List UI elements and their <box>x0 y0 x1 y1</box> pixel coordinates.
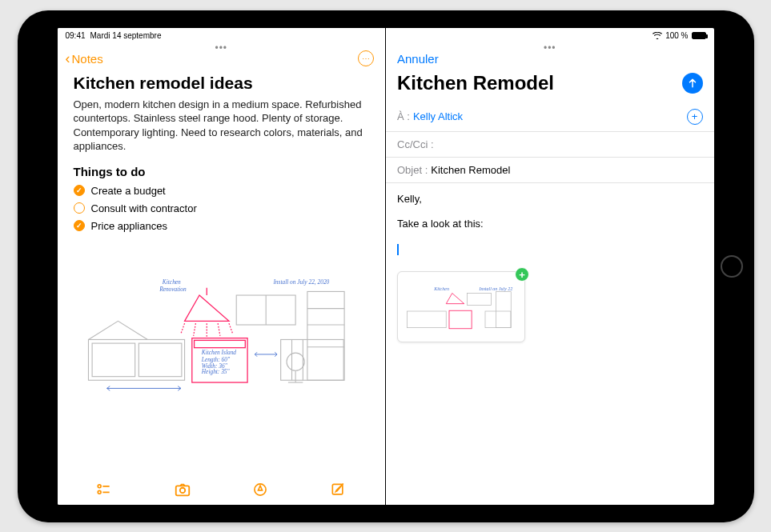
svg-text:Renovation: Renovation <box>159 286 187 293</box>
todo-label: Price appliances <box>91 220 167 232</box>
svg-rect-3 <box>280 339 343 380</box>
svg-point-12 <box>287 353 304 370</box>
svg-point-32 <box>98 484 101 487</box>
status-time: 09:41 <box>66 31 86 40</box>
compose-title: Kitchen Remodel <box>397 72 554 94</box>
subject-value[interactable]: Kitchen Remodel <box>431 164 510 176</box>
note-content[interactable]: Kitchen remodel ideas Open, modern kitch… <box>58 70 386 474</box>
home-button[interactable] <box>721 255 743 278</box>
checkbox-icon[interactable] <box>74 202 85 214</box>
notes-pane: 09:41 Mardi 14 septembre ••• ‹ Notes ⋯ K… <box>58 28 387 505</box>
compose-header: Kitchen Remodel <box>386 69 714 102</box>
todo-item[interactable]: Consult with contractor <box>74 202 370 214</box>
camera-icon[interactable] <box>174 481 191 498</box>
todo-item[interactable]: Create a budget <box>74 185 370 197</box>
to-field[interactable]: À : Kelly Altick + <box>386 102 714 132</box>
mail-pane: 100 % ••• Annuler Kitchen Remodel À : Ke… <box>386 28 714 505</box>
svg-point-37 <box>179 487 184 492</box>
battery-percent: 100 % <box>665 31 688 40</box>
arrow-up-icon <box>687 78 698 89</box>
status-date: Mardi 14 septembre <box>90 31 162 40</box>
svg-point-34 <box>98 490 101 494</box>
attachment-preview[interactable]: + Kitchen Install on July 22 <box>397 271 525 342</box>
compose-icon[interactable] <box>329 481 347 498</box>
status-bar-right: 100 % <box>386 28 714 44</box>
svg-line-19 <box>218 323 220 336</box>
svg-rect-1 <box>92 343 135 377</box>
plus-icon: + <box>692 110 698 122</box>
cc-label: Cc/Cci : <box>397 138 434 150</box>
add-badge-icon: + <box>515 267 529 282</box>
multitask-handle-left[interactable]: ••• <box>215 42 227 54</box>
back-to-notes[interactable]: ‹ Notes <box>66 50 103 67</box>
ipad-frame: 09:41 Mardi 14 septembre ••• ‹ Notes ⋯ K… <box>18 10 754 522</box>
todo-list: Create a budget Consult with contractor … <box>74 185 370 232</box>
todo-heading[interactable]: Things to do <box>74 165 370 178</box>
svg-rect-6 <box>307 291 343 380</box>
notes-toolbar <box>58 474 386 505</box>
todo-label: Consult with contractor <box>91 202 197 214</box>
note-body[interactable]: Open, modern kitchen design in a medium … <box>74 98 370 154</box>
svg-text:Kitchen Island: Kitchen Island <box>200 349 236 356</box>
back-label: Notes <box>72 52 103 66</box>
wifi-icon <box>653 32 662 39</box>
more-actions-button[interactable]: ⋯ <box>358 50 374 66</box>
send-button[interactable] <box>682 73 703 94</box>
multitask-handle-right[interactable]: ••• <box>544 42 556 54</box>
svg-rect-2 <box>139 343 182 377</box>
subject-field[interactable]: Objet : Kitchen Remodel <box>386 158 714 183</box>
svg-text:Kitchen: Kitchen <box>161 278 180 286</box>
cc-field[interactable]: Cc/Cci : <box>386 132 714 158</box>
body-line: Take a look at this: <box>397 216 703 232</box>
svg-rect-0 <box>88 339 184 380</box>
text-cursor <box>397 244 399 255</box>
screen: 09:41 Mardi 14 septembre ••• ‹ Notes ⋯ K… <box>58 28 714 505</box>
note-title[interactable]: Kitchen remodel ideas <box>74 74 370 93</box>
checkbox-icon[interactable] <box>74 185 85 196</box>
chevron-left-icon: ‹ <box>66 50 70 67</box>
svg-rect-43 <box>468 294 492 306</box>
svg-line-16 <box>180 323 184 334</box>
svg-text:Install on July 22, 2020: Install on July 22, 2020 <box>272 278 329 286</box>
svg-rect-22 <box>194 340 245 347</box>
body-greeting: Kelly, <box>397 191 703 207</box>
mail-body[interactable]: Kelly, Take a look at this: <box>386 183 714 266</box>
add-contact-button[interactable]: + <box>687 109 703 125</box>
checklist-icon[interactable] <box>95 481 113 498</box>
svg-text:Height: 35": Height: 35" <box>200 368 230 375</box>
svg-line-20 <box>228 323 232 334</box>
kitchen-sketch[interactable]: Kitchen Renovation Install on July 22, 2… <box>74 245 370 405</box>
todo-item[interactable]: Price appliances <box>74 220 370 232</box>
subject-label: Objet : <box>397 164 428 176</box>
svg-rect-44 <box>449 310 472 329</box>
status-bar-left: 09:41 Mardi 14 septembre <box>58 28 386 44</box>
svg-rect-41 <box>485 311 511 328</box>
svg-text:Install on July 22: Install on July 22 <box>479 286 513 291</box>
svg-text:Kitchen: Kitchen <box>433 286 449 291</box>
checkbox-icon[interactable] <box>74 220 85 231</box>
markup-icon[interactable] <box>251 481 269 498</box>
todo-label: Create a budget <box>91 185 166 197</box>
svg-rect-42 <box>496 292 512 328</box>
ellipsis-icon: ⋯ <box>362 54 370 63</box>
to-value[interactable]: Kelly Altick <box>413 110 463 122</box>
battery-icon <box>692 32 706 39</box>
svg-rect-40 <box>408 311 447 328</box>
to-label: À : <box>397 110 410 122</box>
svg-line-17 <box>193 323 195 336</box>
